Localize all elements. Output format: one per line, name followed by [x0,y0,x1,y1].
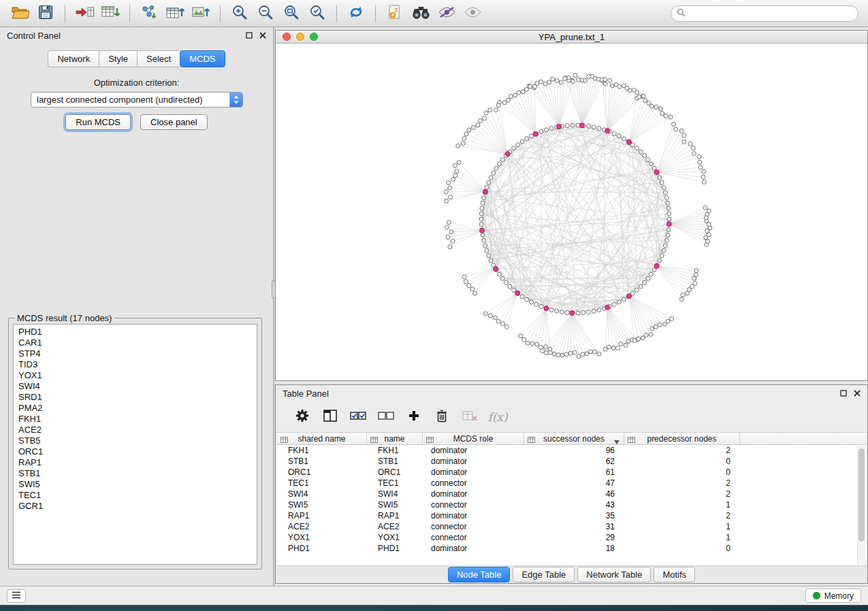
column-header-name[interactable]: name [367,433,423,444]
tab-network-table[interactable]: Network Table [577,567,651,582]
hide-selected-button[interactable] [434,3,460,24]
export-table-icon [165,4,185,22]
network-view-frame: YPA_prune.txt_1 [275,30,868,381]
table-row[interactable]: RAP1RAP1dominator352 [277,510,866,521]
tab-network[interactable]: Network [48,50,99,67]
tab-select[interactable]: Select [137,50,180,67]
show-columns-button[interactable] [319,406,342,429]
table-panel: Table Panel [275,384,868,584]
search-input[interactable] [690,9,852,18]
mcds-result-item[interactable]: STB1 [18,468,257,479]
table-cell: 2 [624,445,740,456]
task-history-button[interactable] [7,589,26,603]
scrollbar-thumb[interactable] [858,448,865,542]
save-session-button[interactable] [33,3,59,24]
memory-button[interactable]: Memory [805,589,861,603]
mcds-result-item[interactable]: TID3 [18,359,257,370]
table-row[interactable]: FKH1FKH1dominator962 [277,445,866,456]
mcds-result-item[interactable]: TEC1 [18,490,257,501]
apply-layout-button[interactable] [343,3,369,24]
mcds-result-item[interactable]: GCR1 [18,501,257,512]
column-header-shared-name[interactable]: shared name [277,433,367,444]
export-image-button[interactable] [188,3,214,24]
table-row[interactable]: ACE2ACE2connector311 [277,521,866,532]
table-row[interactable]: SWI4SWI4dominator462 [277,489,866,499]
float-panel-icon[interactable] [246,32,253,39]
mcds-result-item[interactable]: ACE2 [18,425,257,435]
table-cell: ACE2 [367,521,423,532]
zoom-fit-button[interactable] [278,3,304,24]
toolbar-separator [65,5,65,22]
column-header-successor-nodes[interactable]: successor nodes [524,433,624,444]
mcds-result-item[interactable]: SWI4 [18,381,257,392]
show-all-button[interactable] [460,3,485,24]
mcds-result-item[interactable]: CAR1 [18,337,257,348]
close-panel-icon[interactable] [854,390,861,397]
table-scrollbar[interactable] [857,446,865,565]
mcds-result-item[interactable]: RAP1 [18,457,257,468]
mcds-result-item[interactable]: SWI5 [18,479,257,490]
network-view-titlebar: YPA_prune.txt_1 [276,31,867,44]
mcds-result-item[interactable]: STP4 [18,348,257,359]
table-row[interactable]: STB1STB1dominator620 [277,456,866,467]
network-graph[interactable] [276,44,867,380]
tab-edge-table[interactable]: Edge Table [513,567,575,582]
run-mcds-button[interactable]: Run MCDS [65,114,131,130]
column-header-predecessor-nodes[interactable]: predecessor nodes [624,433,740,444]
columns-icon [323,410,337,424]
tab-style[interactable]: Style [99,50,137,67]
mcds-result-item[interactable]: SRD1 [18,392,257,403]
add-column-button[interactable] [402,406,425,429]
table-cell: 96 [524,445,624,456]
import-network-button[interactable] [136,3,162,24]
table-row[interactable]: YOX1YOX1connector291 [277,532,866,543]
close-panel-icon[interactable] [259,32,266,39]
function-builder-button[interactable]: f(x) [486,406,509,429]
memory-label: Memory [824,591,854,601]
mcds-result-item[interactable]: YOX1 [18,370,257,381]
mcds-result-item[interactable]: PMA2 [18,403,257,414]
table-row[interactable]: ORC1ORC1dominator610 [277,467,866,478]
mcds-result-list[interactable]: PHD1CAR1STP4TID3YOX1SWI4SRD1PMA2FKH1ACE2… [13,324,257,565]
control-panel-titlebar: Control Panel [0,27,273,44]
zoom-out-button[interactable] [253,3,278,24]
tab-node-table[interactable]: Node Table [448,567,511,582]
tab-motifs[interactable]: Motifs [654,567,695,582]
table-cell: SWI5 [277,499,367,510]
network-canvas[interactable] [276,44,867,380]
share-document-icon [388,4,402,22]
mcds-result-item[interactable]: PHD1 [18,327,257,337]
column-type-icon [426,435,434,445]
float-panel-icon[interactable] [840,390,847,397]
tab-mcds[interactable]: MCDS [180,50,225,67]
zoom-in-button[interactable] [227,3,253,24]
search-box[interactable] [671,5,858,22]
select-all-button[interactable] [347,406,370,429]
mcds-result-item[interactable]: FKH1 [18,414,257,425]
export-table-button[interactable] [162,3,188,24]
close-panel-button[interactable]: Close panel [140,114,208,130]
open-session-button[interactable] [7,3,33,24]
table-settings-button[interactable] [291,406,314,429]
share-document-button[interactable] [382,3,408,24]
main-toolbar [0,0,868,27]
table-row[interactable]: SWI5SWI5connector431 [277,499,866,510]
criterion-select[interactable]: largest connected component (undirected) [31,92,243,108]
mcds-result-item[interactable]: ORC1 [18,446,257,457]
table-cell: FKH1 [367,445,423,456]
table-row[interactable]: PHD1PHD1dominator180 [277,543,866,554]
eye-icon [464,6,482,20]
column-header-mcds-role[interactable]: MCDS role [423,433,524,444]
deselect-all-button[interactable] [374,406,398,429]
table-cell: dominator [423,510,524,521]
find-button[interactable] [408,3,434,24]
import-file-button[interactable] [71,3,97,24]
delete-column-button[interactable] [430,406,453,429]
mcds-result-item[interactable]: STB5 [18,435,257,446]
table-cell: 47 [524,478,624,489]
table-body: FKH1FKH1dominator962STB1STB1dominator620… [277,445,866,554]
import-table-button[interactable] [97,3,123,24]
table-row[interactable]: TEC1TEC1connector472 [277,478,866,489]
toolbar-separator [375,5,376,22]
zoom-selected-button[interactable] [304,3,330,24]
